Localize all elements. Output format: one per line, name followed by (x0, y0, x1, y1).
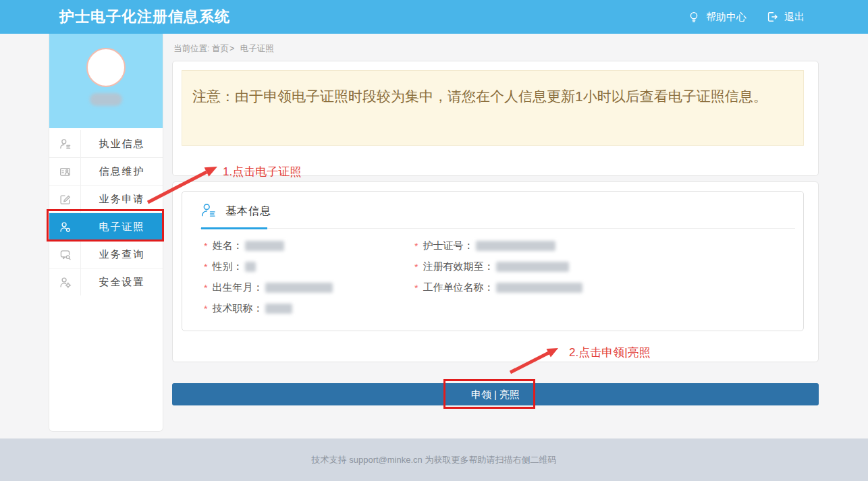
fields-left-column: * 姓名： * 性别： * 出生年月： (204, 235, 414, 319)
sidebar-item-practice-info[interactable]: 执业信息 (49, 130, 163, 158)
field-label: 出生年月： (212, 281, 263, 294)
fields-right-column: * 护士证号： * 注册有效期至： * 工作单位名称： (414, 235, 803, 319)
lightbulb-icon (687, 10, 701, 24)
redacted-value (476, 241, 555, 251)
field-technical-title: * 技术职称： (204, 298, 414, 319)
field-label: 技术职称： (212, 302, 263, 315)
apply-show-certificate-button[interactable]: 申领 | 亮照 (172, 383, 819, 405)
nurse-registration-page: 护士电子化注册信息系统 帮助中心 退出 (0, 0, 868, 481)
sidebar-item-label: 信息维护 (81, 158, 163, 185)
sidebar-menu: 执业信息 信息维护 业 (49, 130, 163, 295)
sidebar-item-info-maintenance[interactable]: 信息维护 (49, 158, 163, 186)
field-birth-date: * 出生年月： (204, 277, 414, 298)
sidebar-item-label: 执业信息 (81, 130, 163, 157)
required-marker: * (204, 262, 207, 273)
breadcrumb-home-link[interactable]: 首页 (212, 44, 229, 53)
field-gender: * 性别： (204, 256, 414, 277)
breadcrumb-prefix: 当前位置: (173, 44, 209, 53)
user-badge-icon (49, 213, 81, 240)
user-gear-icon (49, 268, 81, 295)
field-label: 姓名： (212, 239, 242, 252)
required-marker: * (414, 262, 418, 273)
chat-search-icon (49, 241, 81, 268)
user-panel (49, 34, 163, 128)
footer-support-text: 技术支持 support@minke.cn 为获取更多帮助请扫描右侧二维码 (312, 455, 557, 465)
basic-info-panel: 基本信息 * 姓名： * 性别： (182, 191, 804, 331)
required-marker: * (414, 241, 418, 252)
page-footer: 技术支持 support@minke.cn 为获取更多帮助请扫描右侧二维码 (0, 438, 868, 481)
section-title: 基本信息 (225, 204, 271, 219)
redacted-value (265, 304, 292, 314)
sidebar-item-electronic-certificate[interactable]: 电子证照 (49, 213, 163, 241)
sidebar-item-label: 业务查询 (81, 241, 163, 268)
sidebar-item-business-query[interactable]: 业务查询 (49, 241, 163, 268)
required-marker: * (204, 241, 207, 252)
edit-note-icon (49, 186, 81, 213)
logout-link[interactable]: 退出 (765, 10, 805, 24)
help-center-link[interactable]: 帮助中心 (687, 10, 747, 24)
field-name: * 姓名： (204, 235, 414, 256)
redacted-value (245, 241, 284, 251)
field-label: 性别： (212, 260, 242, 273)
annotation-step1-text: 1.点击电子证照 (223, 164, 301, 179)
sidebar-item-label: 电子证照 (81, 213, 163, 240)
field-label: 注册有效期至： (423, 260, 493, 273)
field-work-unit-name: * 工作单位名称： (414, 277, 803, 298)
required-marker: * (414, 283, 418, 293)
field-label: 工作单位名称： (423, 281, 493, 294)
header-actions: 帮助中心 退出 (687, 0, 805, 34)
user-list-icon (200, 202, 217, 221)
field-registration-valid-until: * 注册有效期至： (414, 256, 803, 277)
redacted-value (496, 262, 569, 272)
field-nurse-cert-number: * 护士证号： (414, 235, 803, 256)
app-header: 护士电子化注册信息系统 帮助中心 退出 (0, 0, 868, 34)
sidebar-item-business-application[interactable]: 业务申请 (49, 186, 163, 213)
basic-info-header: 基本信息 (182, 192, 803, 221)
breadcrumb-current: 电子证照 (240, 44, 274, 53)
required-marker: * (204, 304, 207, 314)
sidebar-item-label: 业务申请 (81, 186, 163, 213)
notice-card: 注意：由于申领电子证照时段较为集中，请您在个人信息更新1小时以后查看电子证照信息… (172, 61, 819, 176)
field-label: 护士证号： (423, 239, 473, 252)
avatar (86, 48, 126, 87)
annotation-step2-text: 2.点击申领|亮照 (569, 345, 651, 360)
breadcrumb-separator: > (229, 44, 234, 53)
sidebar-item-label: 安全设置 (81, 268, 163, 295)
breadcrumb: 当前位置: 首页> 电子证照 (172, 34, 819, 61)
id-card-icon (49, 158, 81, 185)
sidebar: 执业信息 信息维护 业 (49, 34, 163, 432)
redacted-value (496, 283, 582, 293)
basic-info-card: 基本信息 * 姓名： * 性别： (172, 181, 819, 362)
logout-label: 退出 (784, 11, 805, 24)
app-title: 护士电子化注册信息系统 (59, 0, 230, 34)
logout-icon (765, 10, 779, 24)
notice-banner: 注意：由于申领电子证照时段较为集中，请您在个人信息更新1小时以后查看电子证照信息… (182, 70, 804, 146)
user-name-redacted (90, 93, 122, 106)
sidebar-item-security-settings[interactable]: 安全设置 (49, 268, 163, 295)
basic-info-fields: * 姓名： * 性别： * 出生年月： (182, 229, 803, 319)
required-marker: * (204, 283, 207, 293)
user-list-icon (49, 130, 81, 157)
help-center-label: 帮助中心 (706, 11, 747, 24)
main-content: 当前位置: 首页> 电子证照 注意：由于申领电子证照时段较为集中，请您在个人信息… (172, 34, 819, 362)
redacted-value (265, 283, 333, 293)
section-divider (200, 227, 795, 229)
redacted-value (245, 262, 256, 272)
